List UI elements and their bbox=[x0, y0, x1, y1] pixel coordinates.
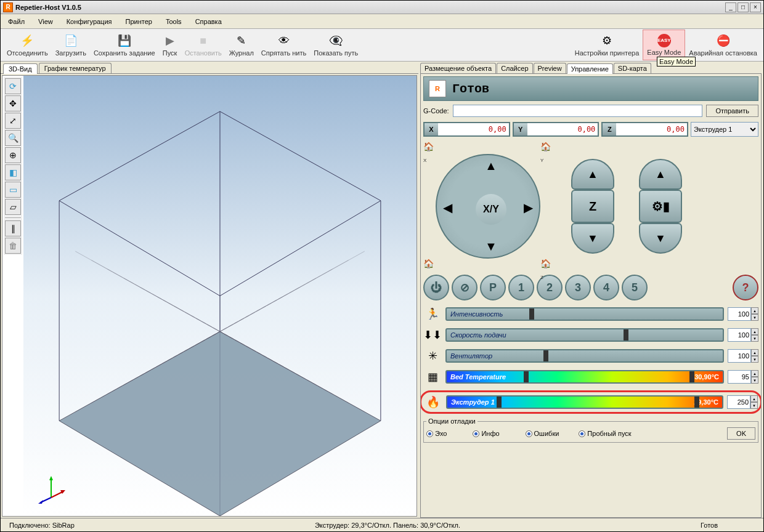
fan-slider[interactable]: Вентилятор bbox=[445, 349, 724, 363]
tab-temp-graph[interactable]: График температур bbox=[39, 63, 112, 73]
feedrate-slider[interactable]: Скорость подачи bbox=[445, 328, 724, 342]
stop-button[interactable]: ■Остановить bbox=[181, 30, 226, 60]
extruder-select[interactable]: Экструдер 1 bbox=[691, 122, 758, 137]
speed-input[interactable] bbox=[728, 307, 751, 321]
menu-printer[interactable]: Принтер bbox=[123, 17, 155, 26]
canvas-3d[interactable] bbox=[23, 76, 417, 516]
reset-view-button[interactable]: ⟳ bbox=[5, 78, 21, 94]
jog-y-minus[interactable]: ▼ bbox=[485, 240, 497, 254]
viewport-3d[interactable]: ⟳ ✥ ⤢ 🔍 ⊕ ◧ ▭ ▱ ∥ 🗑 bbox=[2, 75, 417, 517]
home-all-button[interactable]: 🏠 bbox=[423, 259, 436, 271]
home-z-button[interactable]: 🏠Z bbox=[540, 259, 553, 271]
eye-slash-icon: 👁‍🗨 bbox=[328, 33, 343, 48]
printer-settings-button[interactable]: ⚙Настройки принтера bbox=[571, 30, 643, 60]
preset-3-button[interactable]: 3 bbox=[565, 275, 591, 300]
z-coord-box[interactable]: Z0,00 bbox=[601, 122, 688, 137]
top-view-button[interactable]: ▱ bbox=[5, 199, 21, 215]
menu-view[interactable]: View bbox=[36, 17, 55, 26]
tab-manual-control[interactable]: Управление bbox=[567, 63, 613, 74]
menu-tools[interactable]: Tools bbox=[163, 17, 184, 26]
fan-input[interactable] bbox=[728, 349, 751, 363]
toolbar: ⚡Отсоединить 📄Загрузить 💾Сохранить задан… bbox=[1, 29, 763, 62]
x-coord-box[interactable]: X0,00 bbox=[423, 122, 510, 137]
jog-z-minus[interactable]: ▼ bbox=[571, 223, 614, 254]
menu-file[interactable]: Файл bbox=[6, 17, 27, 26]
front-view-button[interactable]: ▭ bbox=[5, 182, 21, 198]
hide-filament-button[interactable]: 👁Спрятать нить bbox=[258, 30, 310, 60]
extruder-temp-slider[interactable]: Экструдер 129,30°C bbox=[446, 395, 723, 409]
show-path-button[interactable]: 👁‍🗨Показать путь bbox=[310, 30, 362, 60]
tab-preview[interactable]: Preview bbox=[534, 63, 566, 73]
extruder-temp-highlight: 🔥 Экструдер 129,30°C ▲▼ bbox=[420, 390, 762, 414]
preset-4-button[interactable]: 4 bbox=[593, 275, 619, 300]
menu-config[interactable]: Конфигурация bbox=[64, 17, 115, 26]
minimize-button[interactable]: _ bbox=[725, 2, 736, 12]
speed-up[interactable]: ▲ bbox=[751, 307, 758, 314]
tab-3d-view[interactable]: 3D-Вид bbox=[3, 63, 38, 74]
y-coord-box[interactable]: Y0,00 bbox=[513, 122, 599, 137]
jog-y-plus[interactable]: ▲ bbox=[485, 159, 497, 173]
menubar: Файл View Конфигурация Принтер Tools Спр… bbox=[1, 14, 763, 29]
move-view-button[interactable]: ✥ bbox=[5, 95, 21, 111]
debug-echo[interactable]: Эхо bbox=[426, 430, 447, 437]
tab-object-placement[interactable]: Размещение объекта bbox=[420, 63, 496, 73]
tab-slicer[interactable]: Слайсер bbox=[497, 63, 532, 73]
emergency-stop-button[interactable]: ⛔Аварийная остановка bbox=[685, 30, 761, 60]
extrude-button[interactable]: ▼ bbox=[639, 223, 682, 254]
speed-down[interactable]: ▼ bbox=[751, 314, 758, 321]
preset-1-button[interactable]: 1 bbox=[508, 275, 534, 300]
debug-errors[interactable]: Ошибки bbox=[526, 430, 559, 437]
plug-icon: ⚡ bbox=[20, 33, 35, 48]
extruder-gear[interactable]: ⚙▮ bbox=[639, 190, 682, 223]
feedrate-input[interactable] bbox=[728, 328, 751, 342]
menu-help[interactable]: Справка bbox=[193, 17, 224, 26]
xy-center[interactable]: X/Y bbox=[476, 194, 506, 225]
debug-dryrun[interactable]: Пробный пуск bbox=[579, 430, 631, 437]
help-button[interactable]: ? bbox=[733, 275, 758, 300]
svg-marker-25 bbox=[49, 476, 53, 480]
xy-jog-pad: 🏠X 🏠Y 🏠 🏠Z ▲ ▼ ◀ ▶ X/Y bbox=[423, 142, 553, 271]
home-y-button[interactable]: 🏠Y bbox=[540, 142, 553, 154]
stop-icon: ■ bbox=[196, 33, 211, 48]
power-button[interactable]: ⏻ bbox=[423, 275, 449, 300]
motors-off-button[interactable]: ⊘ bbox=[452, 275, 478, 300]
status-ready: Готов bbox=[696, 522, 723, 529]
maximize-button[interactable]: □ bbox=[738, 2, 749, 12]
gcode-send-button[interactable]: Отправить bbox=[706, 105, 758, 117]
debug-ok-button[interactable]: OK bbox=[727, 427, 755, 440]
close-button[interactable]: × bbox=[750, 2, 761, 12]
eye-icon: 👁 bbox=[277, 33, 291, 48]
extruder-icon: 🔥 bbox=[424, 395, 442, 409]
home-x-button[interactable]: 🏠X bbox=[423, 142, 436, 154]
jog-z-plus[interactable]: ▲ bbox=[571, 159, 614, 190]
tooltip: Easy Mode bbox=[657, 57, 696, 66]
speed-slider[interactable]: Интенсивность bbox=[445, 307, 724, 321]
preset-5-button[interactable]: 5 bbox=[622, 275, 648, 300]
iso-view-button[interactable]: ◧ bbox=[5, 164, 21, 180]
statusbar: Подключено: SibRap Экструдер: 29,3°C/Отк… bbox=[1, 518, 763, 531]
rotate-view-button[interactable]: ⤢ bbox=[5, 113, 21, 129]
gcode-label: G-Code: bbox=[423, 107, 449, 115]
extruder-temp-input[interactable] bbox=[727, 395, 750, 409]
debug-info[interactable]: Инфо bbox=[473, 430, 499, 437]
debug-options: Опции отладки Эхо Инфо Ошибки Пробный пу… bbox=[423, 417, 758, 443]
easy-mode-button[interactable]: EASYEasy Mode bbox=[643, 30, 685, 60]
tab-sd-card[interactable]: SD-карта bbox=[614, 63, 651, 73]
trash-button[interactable]: 🗑 bbox=[5, 238, 21, 254]
zoom-button[interactable]: 🔍 bbox=[5, 130, 21, 146]
log-button[interactable]: ✎Журнал bbox=[226, 30, 258, 60]
bed-temp-slider[interactable]: Bed Temperature30,90°C bbox=[445, 370, 724, 384]
park-button[interactable]: P bbox=[480, 275, 506, 300]
run-button[interactable]: ▶Пуск bbox=[159, 30, 181, 60]
connect-button[interactable]: ⚡Отсоединить bbox=[3, 30, 52, 60]
jog-x-plus[interactable]: ▶ bbox=[524, 200, 533, 215]
gcode-input[interactable] bbox=[453, 105, 703, 117]
bed-temp-input[interactable] bbox=[728, 370, 751, 384]
save-job-button[interactable]: 💾Сохранить задание bbox=[90, 30, 159, 60]
load-button[interactable]: 📄Загрузить bbox=[52, 30, 90, 60]
fit-button[interactable]: ⊕ bbox=[5, 147, 21, 163]
z-label[interactable]: Z bbox=[571, 190, 614, 223]
parallel-button[interactable]: ∥ bbox=[5, 220, 21, 236]
jog-x-minus[interactable]: ◀ bbox=[443, 200, 452, 215]
retract-button[interactable]: ▲ bbox=[639, 159, 682, 190]
